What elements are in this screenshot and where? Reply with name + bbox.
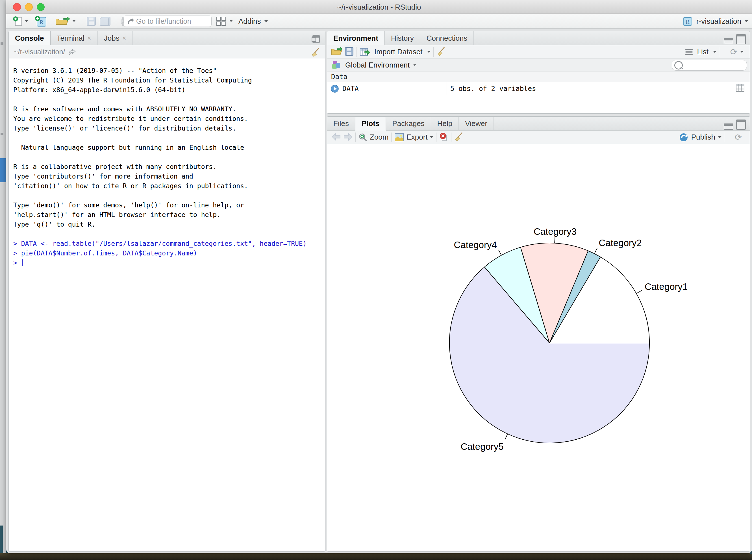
- view-table-button[interactable]: [736, 84, 745, 94]
- pie-label-tick: [554, 237, 555, 243]
- load-workspace-button[interactable]: [331, 47, 342, 57]
- clear-console-button[interactable]: [311, 47, 321, 58]
- console-line: You are welcome to redistribute it under…: [13, 114, 325, 123]
- broom-icon: [436, 47, 446, 56]
- project-selector[interactable]: R r-visualization: [682, 16, 748, 27]
- forward-arrow-icon: [344, 133, 352, 141]
- tab-plots-label: Plots: [362, 119, 380, 128]
- tab-viewer-label: Viewer: [465, 119, 487, 128]
- save-all-button[interactable]: [99, 16, 111, 26]
- background-text-fragment: [1, 42, 3, 45]
- main-toolbar: R: [6, 14, 752, 28]
- maximize-pane-icon[interactable]: [736, 34, 746, 44]
- console-line: R is free software and comes with ABSOLU…: [13, 104, 325, 114]
- project-caret: [745, 20, 748, 22]
- text-cursor: [22, 259, 23, 266]
- zoom-magnifier-icon: [359, 133, 367, 142]
- tab-close-icon[interactable]: ×: [87, 34, 91, 42]
- tab-help[interactable]: Help: [431, 117, 459, 130]
- tab-jobs[interactable]: Jobs ×: [98, 32, 133, 45]
- open-file-button[interactable]: [55, 16, 70, 26]
- import-dataset-icon: [360, 47, 370, 57]
- save-button[interactable]: [86, 16, 97, 26]
- tab-history[interactable]: History: [385, 32, 420, 45]
- tab-files[interactable]: Files: [327, 117, 355, 130]
- refresh-environment-button[interactable]: ⟳: [730, 48, 744, 56]
- pie-slice-label: Category5: [461, 441, 503, 452]
- maximize-pane-icon[interactable]: [311, 34, 321, 44]
- publish-caret: [718, 136, 721, 138]
- background-window-sliver: [0, 0, 6, 560]
- pane-layout-button[interactable]: [215, 16, 227, 26]
- pie-chart: Category1Category2Category3Category4Cate…: [327, 144, 749, 551]
- new-project-icon: R: [35, 16, 47, 27]
- plots-tabbar: Files Plots Packages Help Viewer: [327, 117, 750, 131]
- environment-scope-caret[interactable]: [413, 64, 416, 66]
- pie-label-tick: [499, 250, 502, 255]
- tab-terminal[interactable]: Terminal ×: [50, 32, 98, 45]
- svg-text:R: R: [40, 19, 44, 26]
- new-file-dropdown-caret[interactable]: [25, 20, 28, 22]
- remove-plot-button[interactable]: [439, 132, 448, 142]
- console-line: Natural language support but running in …: [13, 143, 325, 152]
- save-icon: [86, 16, 96, 26]
- pane-layout-caret[interactable]: [229, 20, 233, 22]
- back-arrow-icon: [332, 133, 341, 141]
- tab-plots[interactable]: Plots: [355, 117, 386, 131]
- export-image-icon: [394, 133, 404, 142]
- tab-environment-label: Environment: [333, 34, 378, 43]
- desktop-background-bottom: [0, 553, 752, 560]
- console-pane: Console Terminal × Jobs × ~/r-visualizat…: [8, 31, 325, 552]
- console-line: [13, 229, 325, 239]
- console-output[interactable]: R version 3.6.1 (2019-07-05) -- "Action …: [9, 59, 325, 551]
- console-line: Copyright (C) 2019 The R Foundation for …: [13, 76, 325, 85]
- next-plot-button[interactable]: [344, 133, 352, 142]
- environment-scope-label[interactable]: Global Environment: [345, 61, 410, 69]
- publish-icon: [679, 133, 688, 142]
- broom-icon: [311, 47, 321, 57]
- minimize-pane-icon[interactable]: [724, 123, 733, 130]
- tab-history-label: History: [391, 34, 414, 43]
- tab-packages[interactable]: Packages: [386, 117, 431, 130]
- goto-directory-icon[interactable]: [68, 48, 76, 56]
- minimize-pane-icon[interactable]: [724, 38, 733, 44]
- list-view-button[interactable]: List: [685, 47, 716, 57]
- window-title: ~/r-visualization - RStudio: [6, 3, 752, 12]
- tab-environment[interactable]: Environment: [327, 32, 385, 45]
- goto-file-input[interactable]: Go to file/function: [123, 16, 211, 27]
- open-folder-icon: [331, 47, 342, 56]
- clear-environment-button[interactable]: [436, 47, 446, 57]
- environment-search-input[interactable]: [672, 60, 747, 71]
- title-bar: ~/r-visualization - RStudio: [6, 0, 752, 14]
- new-project-button[interactable]: R: [35, 16, 47, 27]
- environment-object-row[interactable]: DATA 5 obs. of 2 variables: [327, 82, 750, 95]
- previous-plot-button[interactable]: [332, 133, 341, 142]
- maximize-pane-icon[interactable]: [736, 120, 746, 130]
- zoom-plot-button[interactable]: Zoom: [359, 133, 388, 142]
- environment-section-header: Data: [327, 72, 750, 82]
- expand-object-icon[interactable]: [330, 84, 339, 93]
- tab-console[interactable]: Console: [9, 32, 50, 45]
- tab-connections[interactable]: Connections: [420, 32, 474, 45]
- object-name: DATA: [342, 85, 359, 93]
- tab-close-icon[interactable]: ×: [122, 34, 126, 42]
- import-dataset-button[interactable]: Import Dataset: [360, 47, 430, 57]
- plots-toolbar: Zoom Export: [327, 131, 750, 144]
- console-line: R is a collaborative project with many c…: [13, 162, 325, 172]
- open-dropdown-caret[interactable]: [72, 20, 76, 22]
- new-file-button[interactable]: [12, 16, 23, 26]
- pie-label-tick: [636, 291, 642, 294]
- addins-button[interactable]: Addins: [239, 16, 268, 26]
- tab-viewer[interactable]: Viewer: [459, 117, 494, 130]
- export-plot-button[interactable]: Export: [394, 133, 433, 142]
- refresh-caret: [740, 51, 744, 53]
- import-dataset-caret: [427, 51, 430, 53]
- publish-plot-button[interactable]: Publish: [679, 133, 721, 142]
- r-project-cube-icon: R: [682, 16, 693, 26]
- background-text-fragment: [1, 133, 3, 135]
- clear-all-plots-button[interactable]: [454, 132, 464, 143]
- tab-connections-label: Connections: [427, 34, 468, 43]
- save-workspace-button[interactable]: [345, 47, 354, 57]
- console-line: 'help.start()' for an HTML browser inter…: [13, 210, 325, 220]
- refresh-plot-button[interactable]: ⟳: [735, 133, 742, 142]
